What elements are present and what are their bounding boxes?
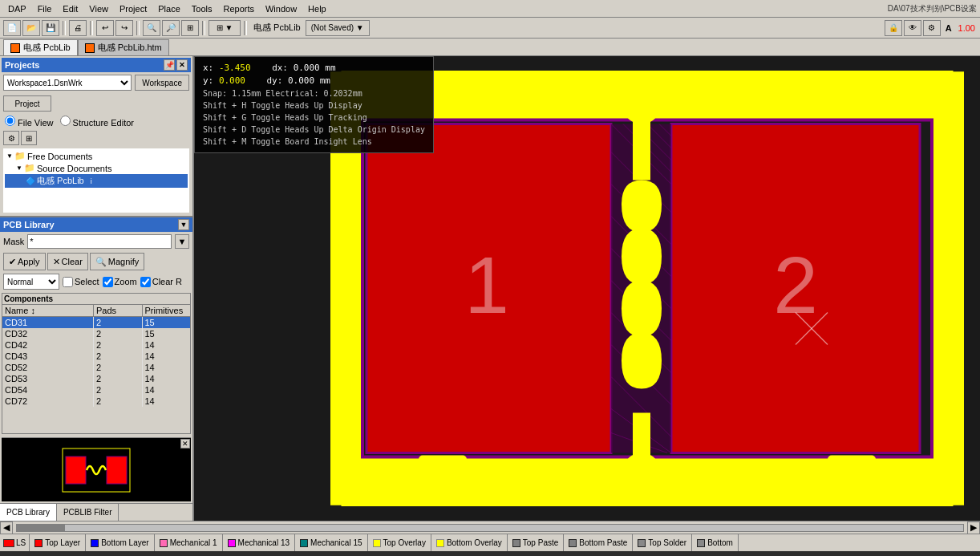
layer-color-bottom-l (697, 539, 705, 547)
clear-r-checkbox-label[interactable]: Clear R (140, 277, 182, 287)
tree-item-pcblib[interactable]: 🔷 电感 PcbLib i (5, 174, 188, 188)
table-row[interactable]: CD32 2 15 (2, 328, 190, 339)
structure-editor-radio-label[interactable]: Structure Editor (60, 116, 134, 128)
menu-help[interactable]: Help (303, 2, 331, 15)
hscroll-track[interactable] (16, 524, 964, 532)
col-name[interactable]: Name ↕ (2, 305, 94, 316)
clear-btn[interactable]: ✕ Clear (47, 253, 88, 270)
tb-eye[interactable]: 👁 (904, 20, 921, 36)
table-row[interactable]: CD52 2 14 (2, 362, 190, 373)
hscroll-thumb[interactable] (17, 525, 65, 531)
menu-project[interactable]: Project (115, 2, 152, 15)
ft-btn-1[interactable]: ⚙ (3, 131, 19, 145)
tab-pcblib[interactable]: 电感 PcbLib (3, 39, 78, 55)
toolbar-separator-4 (202, 21, 205, 35)
tb-new[interactable]: 📄 (3, 20, 21, 36)
layer-color-mech13 (228, 539, 236, 547)
hscroll-right[interactable]: ▶ (967, 522, 980, 534)
tb-undo[interactable]: ↩ (96, 20, 114, 36)
tree-item-source-docs[interactable]: ▼ 📁 Source Documents (5, 162, 188, 174)
workspace-btn[interactable]: Workspace (135, 75, 189, 91)
layer-label-bottom-l: Bottom (707, 538, 733, 547)
col-primitives[interactable]: Primitives (143, 305, 191, 316)
apply-btn[interactable]: ✔ Apply (3, 253, 46, 270)
table-row[interactable]: CD53 2 14 (2, 373, 190, 384)
table-row[interactable]: CD54 2 14 (2, 384, 190, 396)
zoom-checkbox[interactable] (103, 277, 113, 287)
mode-select[interactable]: Normal (3, 274, 59, 290)
select-label: Select (75, 277, 99, 286)
table-row[interactable]: CD31 2 15 (2, 317, 190, 328)
tb-fit[interactable]: ⊞ (181, 20, 199, 36)
layer-tab-bottom[interactable]: Bottom Layer (86, 534, 154, 551)
layer-tab-mech13[interactable]: Mechanical 13 (223, 534, 295, 551)
pcblib-arrow-icon[interactable]: ▼ (178, 219, 189, 230)
menu-place[interactable]: Place (153, 2, 185, 15)
table-row[interactable]: CD42 2 14 (2, 339, 190, 351)
menu-window[interactable]: Window (261, 2, 302, 15)
tab-pcblib-htm[interactable]: 电感 PcbLib.htm (78, 39, 169, 55)
file-view-radio[interactable] (5, 116, 15, 126)
tb-not-saved[interactable]: (Not Saved) ▼ (306, 20, 370, 36)
tb-save[interactable]: 💾 (42, 20, 59, 36)
magnify-btn[interactable]: 🔍 Magnify (90, 253, 145, 270)
menu-view[interactable]: View (84, 2, 113, 15)
tb-settings[interactable]: ⚙ (923, 20, 941, 36)
layer-tab-top-paste[interactable]: Top Paste (508, 534, 564, 551)
structure-editor-radio[interactable] (60, 116, 71, 126)
preview-section: ✕ (2, 437, 191, 501)
menu-file[interactable]: File (33, 2, 57, 15)
layer-label-mech15: Mechanical 15 (310, 538, 362, 547)
tree-arrow-1: ▼ (6, 152, 13, 160)
clear-r-checkbox[interactable] (140, 277, 151, 287)
horizontal-scrollbar[interactable]: ◀ ▶ (0, 521, 980, 534)
menu-reports[interactable]: Reports (218, 2, 259, 15)
hscroll-left[interactable]: ◀ (0, 522, 13, 534)
layer-tab-mech15[interactable]: Mechanical 15 (295, 534, 367, 551)
menu-dap[interactable]: DAP (3, 2, 31, 15)
col-pads[interactable]: Pads (94, 305, 143, 316)
tb-zoom-in[interactable]: 🔍 (143, 20, 160, 36)
layer-tab-top-solder[interactable]: Top Solder (633, 534, 692, 551)
td-prims: 14 (143, 362, 191, 373)
select-checkbox-label[interactable]: Select (63, 277, 99, 287)
tb-lock[interactable]: 🔒 (885, 20, 902, 36)
tb-grid[interactable]: ⊞ ▼ (209, 20, 241, 36)
layer-tab-bottom-paste[interactable]: Bottom Paste (564, 534, 633, 551)
coord-tooltip: x: -3.450 dx: 0.000 mm y: 0.000 dy: 0.00… (194, 56, 434, 153)
layer-tab-bottom-overlay[interactable]: Bottom Overlay (431, 534, 508, 551)
workspace-select[interactable]: Workspace1.DsnWrk (3, 75, 132, 91)
tb-redo[interactable]: ↪ (115, 20, 133, 36)
ft-btn-2[interactable]: ⊞ (21, 131, 37, 145)
table-scroll[interactable]: CD31 2 15 CD32 2 15 CD42 2 14 (2, 317, 190, 407)
tree-item-free-docs[interactable]: ▼ 📁 Free Documents (5, 150, 188, 162)
tb-zoom-out[interactable]: 🔎 (162, 20, 180, 36)
select-checkbox[interactable] (63, 277, 73, 287)
layer-tab-bottom-l[interactable]: Bottom (692, 534, 739, 551)
mask-input[interactable] (27, 234, 172, 249)
project-btn[interactable]: Project (3, 95, 51, 112)
table-row[interactable]: CD43 2 14 (2, 351, 190, 362)
mask-dropdown[interactable]: ▼ (175, 234, 189, 249)
left-tab-filter[interactable]: PCBLIB Filter (57, 504, 119, 521)
tb-open[interactable]: 📂 (22, 20, 40, 36)
zoom-checkbox-label[interactable]: Zoom (103, 277, 137, 287)
preview-close-btn[interactable]: ✕ (180, 439, 190, 448)
projects-close-icon[interactable]: ✕ (176, 59, 188, 71)
projects-pin-icon[interactable]: 📌 (164, 59, 175, 71)
menu-edit[interactable]: Edit (58, 2, 83, 15)
file-view-radio-label[interactable]: File View (5, 116, 54, 128)
table-row[interactable]: CD72 2 14 (2, 396, 190, 407)
layer-color-bottom-overlay (436, 539, 444, 547)
projects-header-icons: 📌 ✕ (164, 59, 188, 71)
file-tree-toolbar: ⚙ ⊞ (2, 129, 191, 147)
menu-tools[interactable]: Tools (187, 2, 217, 15)
td-pads: 2 (94, 351, 143, 362)
canvas-area[interactable]: x: -3.450 dx: 0.000 mm y: 0.000 dy: 0.00… (194, 56, 980, 521)
layer-tab-top[interactable]: Top Layer (30, 534, 86, 551)
left-tab-pcblib[interactable]: PCB Library (0, 504, 57, 521)
layer-tab-top-overlay[interactable]: Top Overlay (368, 534, 431, 551)
layer-tab-mech1[interactable]: Mechanical 1 (155, 534, 223, 551)
radio-row: File View Structure Editor (2, 114, 191, 129)
tb-print[interactable]: 🖨 (69, 20, 87, 36)
